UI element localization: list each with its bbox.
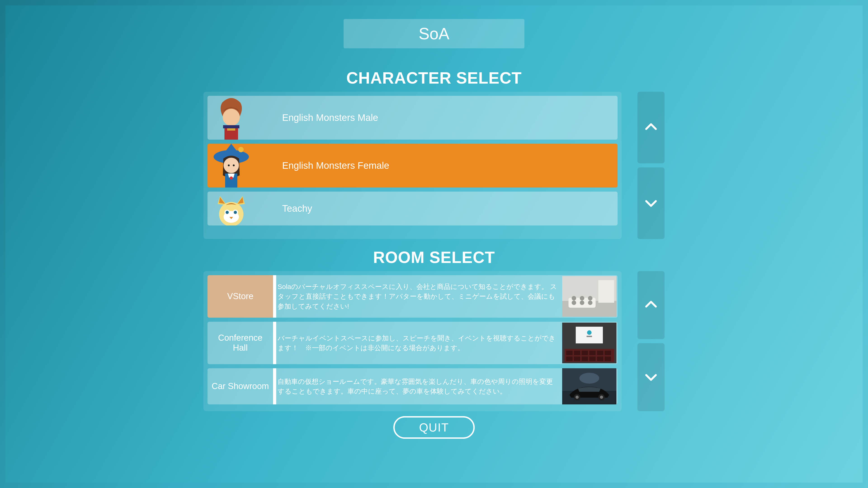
svg-rect-37 <box>604 351 611 355</box>
svg-rect-2 <box>223 125 239 128</box>
page-title-text: SoA <box>418 24 450 43</box>
room-name: Car Showroom <box>208 368 273 404</box>
avatar-teachy <box>208 192 255 225</box>
room-description: 自動車の仮想ショールームです。豪華な雰囲気を楽しんだり、車の色や周りの照明を変更… <box>276 368 561 404</box>
room-thumbnail-hall <box>561 322 618 364</box>
character-row-male[interactable]: English Monsters Male <box>208 96 618 140</box>
quit-button[interactable]: QUIT <box>393 416 475 439</box>
room-list: VStore Solaのバーチャルオフィススペースに入り、会社と商品について知る… <box>204 271 622 411</box>
svg-point-0 <box>223 109 240 126</box>
character-list: English Monsters Male <box>204 92 622 239</box>
svg-rect-28 <box>576 327 603 344</box>
svg-rect-42 <box>597 357 603 361</box>
chevron-up-icon <box>644 120 658 135</box>
character-row-female[interactable]: English Monsters Female <box>208 144 618 188</box>
svg-rect-30 <box>587 336 592 337</box>
svg-point-22 <box>580 300 584 305</box>
divider <box>273 275 276 318</box>
divider <box>273 368 276 404</box>
svg-rect-40 <box>582 357 588 361</box>
svg-rect-3 <box>227 128 235 131</box>
room-scroll-down[interactable] <box>638 343 664 411</box>
svg-point-10 <box>230 176 233 180</box>
avatar-male <box>208 96 255 140</box>
svg-point-7 <box>228 164 230 166</box>
character-label: English Monsters Female <box>255 160 618 171</box>
room-select-heading: ROOM SELECT <box>373 248 495 267</box>
chevron-down-icon <box>644 369 658 385</box>
room-name: Conference Hall <box>208 322 273 364</box>
svg-point-21 <box>572 300 576 305</box>
svg-point-46 <box>579 373 599 384</box>
svg-point-6 <box>223 158 239 173</box>
avatar-female <box>208 144 255 188</box>
character-select-heading: CHARACTER SELECT <box>346 69 522 87</box>
svg-rect-33 <box>574 351 580 355</box>
svg-point-8 <box>233 164 235 166</box>
svg-point-29 <box>587 330 592 335</box>
room-row-vstore[interactable]: VStore Solaのバーチャルオフィススペースに入り、会社と商品について知る… <box>208 275 618 318</box>
room-name: VStore <box>208 275 273 318</box>
svg-point-16 <box>234 211 237 214</box>
svg-rect-38 <box>566 357 572 361</box>
room-thumbnail-office <box>561 275 618 318</box>
room-thumbnail-car <box>561 368 618 404</box>
chevron-up-icon <box>644 297 658 313</box>
character-scroll-controls <box>638 92 664 239</box>
svg-point-48 <box>576 396 579 399</box>
svg-rect-39 <box>574 357 580 361</box>
quit-button-label: QUIT <box>419 421 449 434</box>
svg-point-26 <box>588 296 592 300</box>
character-label: Teachy <box>255 203 618 214</box>
svg-rect-19 <box>598 280 614 303</box>
svg-point-5 <box>238 147 244 152</box>
svg-rect-36 <box>597 351 603 355</box>
svg-point-23 <box>588 300 592 305</box>
room-description: バーチャルイベントスペースに参加し、スピーチを聞き、イベントを視聴することができ… <box>276 322 561 364</box>
character-panel-wrap: English Monsters Male <box>204 92 664 248</box>
svg-rect-32 <box>566 351 572 355</box>
room-row-conference[interactable]: Conference Hall バーチャルイベントスペースに参加し、スピーチを聞… <box>208 322 618 364</box>
svg-rect-43 <box>604 357 611 361</box>
divider <box>273 322 276 364</box>
app-frame: SoA CHARACTER SELECT English Monsters Ma… <box>5 5 863 483</box>
room-row-car[interactable]: Car Showroom 自動車の仮想ショールームです。豪華な雰囲気を楽しんだり… <box>208 368 618 404</box>
svg-rect-35 <box>589 351 596 355</box>
page-title: SoA <box>344 19 524 48</box>
room-scroll-controls <box>638 271 664 411</box>
room-panel-wrap: VStore Solaのバーチャルオフィススペースに入り、会社と商品について知る… <box>204 271 664 411</box>
room-description: Solaのバーチャルオフィススペースに入り、会社と商品について知ることができます… <box>276 275 561 318</box>
svg-point-25 <box>580 296 584 300</box>
room-scroll-up[interactable] <box>638 271 664 339</box>
character-scroll-down[interactable] <box>638 167 664 239</box>
svg-point-50 <box>600 396 603 399</box>
character-label: English Monsters Male <box>255 112 618 123</box>
svg-rect-41 <box>589 357 596 361</box>
character-row-teachy[interactable]: Teachy <box>208 192 618 225</box>
svg-point-15 <box>225 211 229 214</box>
svg-point-24 <box>572 296 576 300</box>
chevron-down-icon <box>644 196 658 211</box>
character-scroll-up[interactable] <box>638 92 664 163</box>
svg-rect-34 <box>582 351 588 355</box>
